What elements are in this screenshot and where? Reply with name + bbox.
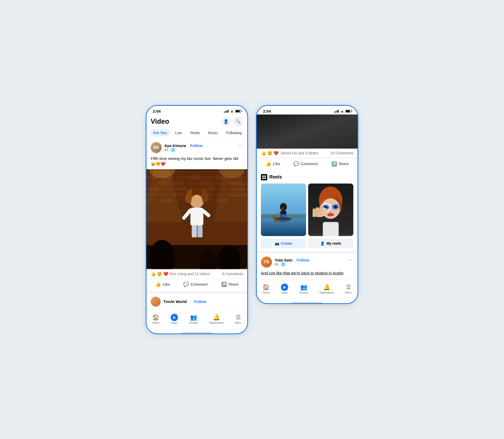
next-post-preview: Tinvle World · Follow — [146, 294, 247, 310]
wow-emoji-top: 😲 — [267, 151, 272, 156]
svg-point-100 — [322, 204, 323, 205]
nav-video-label-2: Video — [281, 291, 288, 294]
post-meta-1: 8h · 🌐 — [164, 148, 203, 152]
home-icon-1: 🏠 — [152, 314, 159, 321]
profile-button[interactable]: 👤 — [221, 117, 231, 127]
home-icon-2: 🏠 — [262, 284, 270, 291]
reel-card-1[interactable] — [261, 184, 306, 236]
like-button-1[interactable]: 👍 Like — [151, 280, 174, 289]
svg-rect-68 — [264, 177, 266, 179]
share-button-top[interactable]: ↗️ Share — [327, 159, 353, 168]
svg-point-46 — [191, 195, 202, 207]
svg-rect-4 — [188, 175, 201, 180]
svg-rect-66 — [264, 175, 266, 177]
create-label: Create — [281, 241, 292, 245]
bottom-nav-2: 🏠 Home ▶ Video 👥 Groups 🔔 Notifications … — [257, 280, 358, 301]
post-name-row-1: Aya Kimura · Follow — [164, 143, 203, 148]
more-button-2[interactable]: ··· — [347, 257, 353, 263]
tab-reels[interactable]: Reels — [187, 129, 203, 137]
search-icon: 🔍 — [235, 119, 241, 124]
svg-point-104 — [327, 213, 334, 216]
header-icons: 👤 🔍 — [221, 117, 243, 127]
svg-point-102 — [324, 203, 324, 203]
create-reel-button[interactable]: 📷 Create — [261, 239, 306, 248]
tab-live[interactable]: Live — [172, 129, 186, 137]
svg-rect-98 — [319, 206, 322, 215]
signal-icon — [224, 110, 229, 113]
home-indicator-1 — [181, 332, 213, 333]
love-emoji-top: ❤️ — [274, 151, 279, 156]
reel-card-2[interactable] — [308, 184, 353, 236]
share-label-top: Share — [339, 162, 349, 166]
post-actions-1: 👍 Like 💬 Comment ↗️ Share — [146, 279, 247, 291]
nav-groups-2[interactable]: 👥 Groups — [296, 283, 311, 295]
nav-home-1[interactable]: 🏠 Home — [149, 313, 162, 325]
bell-icon-2: 🔔 — [323, 284, 330, 291]
tab-for-you[interactable]: For You — [150, 129, 171, 137]
status-time-2: 2:04 — [263, 109, 271, 113]
follow-link-2[interactable]: Follow — [297, 258, 309, 262]
next-username: Tinvle World — [163, 299, 187, 304]
svg-rect-53 — [197, 226, 203, 237]
follow-link-1[interactable]: Follow — [190, 143, 203, 148]
nav-menu-2[interactable]: ☰ Menu — [342, 283, 355, 295]
like-label-top: Like — [273, 162, 280, 166]
nav-groups-label-2: Groups — [300, 291, 308, 294]
app-header: Video 👤 🔍 — [146, 114, 247, 128]
menu-icon-2: ☰ — [346, 284, 351, 291]
svg-point-103 — [329, 211, 332, 212]
tab-following[interactable]: Following — [223, 129, 245, 137]
more-button-1[interactable]: ··· — [237, 142, 243, 148]
like-emoji: 👍 — [151, 271, 156, 276]
svg-point-72 — [280, 203, 287, 211]
like-icon-top: 👍 — [265, 161, 271, 167]
post-header-1: AK Aya Kimura · Follow 8h · 🌐 ··· — [146, 139, 247, 155]
my-reels-button[interactable]: 👤 My reels — [308, 239, 353, 248]
avatar-img-1: AK — [151, 142, 162, 153]
share-button-1[interactable]: ↗️ Share — [217, 280, 243, 289]
reels-title-text: Reels — [269, 174, 282, 180]
nav-home-2[interactable]: 🏠 Home — [259, 283, 273, 295]
svg-rect-97 — [316, 207, 319, 217]
svg-rect-12 — [200, 181, 213, 186]
nav-notif-label-2: Notifications — [320, 291, 334, 294]
like-icon-1: 👍 — [155, 281, 161, 287]
tabs-row: For You Live Reels Music Following — [146, 128, 247, 139]
reels-grid — [261, 184, 353, 236]
svg-rect-10 — [172, 181, 185, 186]
status-icons-1: ▲ — [224, 109, 241, 113]
nav-groups-1[interactable]: 👥 Groups — [186, 313, 201, 325]
nav-menu-1[interactable]: ☰ Menu — [232, 313, 245, 325]
svg-rect-11 — [186, 181, 199, 186]
comment-button-top[interactable]: 💬 Comment — [289, 159, 322, 168]
comment-icon-top: 💬 — [293, 161, 299, 167]
post-user-1: AK Aya Kimura · Follow 8h · 🌐 — [151, 142, 203, 153]
post-1: AK Aya Kimura · Follow 8h · 🌐 ··· Fifth … — [146, 139, 247, 294]
status-time-1: 2:04 — [153, 109, 161, 113]
post-reactions-1: 👍 😲 ❤️ Eric Liang and 12 others 9 Commen… — [146, 269, 247, 279]
nav-home-label-2: Home — [262, 291, 270, 294]
svg-rect-88 — [323, 222, 339, 236]
tab-music[interactable]: Music — [204, 129, 222, 137]
nav-video-1[interactable]: ▶ Video — [167, 313, 181, 326]
person-circle-icon: 👤 — [320, 241, 325, 245]
phone-2: 2:04 ▲ — [256, 105, 358, 304]
comment-button-1[interactable]: 💬 Comment — [179, 280, 212, 289]
nav-menu-label-2: Menu — [345, 291, 352, 294]
nav-video-2[interactable]: ▶ Video — [278, 283, 291, 295]
dot-sep-1: · — [188, 144, 189, 148]
search-button[interactable]: 🔍 — [233, 117, 243, 127]
like-button-top[interactable]: 👍 Like — [261, 159, 284, 168]
partial-text-underline: And just like that we're back to skating… — [261, 271, 344, 275]
post-user-info-1: Aya Kimura · Follow 8h · 🌐 — [164, 143, 203, 152]
post-actions-top: 👍 Like 💬 Comment ↗️ Share — [257, 158, 358, 171]
svg-point-95 — [334, 206, 337, 208]
next-follow[interactable]: Follow — [194, 299, 207, 304]
post-header-2: YS Yuta Sato · Follow 8h · 🌐 ··· — [257, 253, 358, 269]
reaction-icons-1: 👍 😲 ❤️ Eric Liang and 12 others — [151, 271, 210, 276]
person-icon: 👤 — [223, 119, 229, 124]
post-image-1 — [146, 169, 247, 269]
nav-notifications-1[interactable]: 🔔 Notifications — [206, 313, 227, 325]
nav-notifications-2[interactable]: 🔔 Notifications — [317, 283, 337, 295]
nav-video-label-1: Video — [171, 322, 177, 325]
